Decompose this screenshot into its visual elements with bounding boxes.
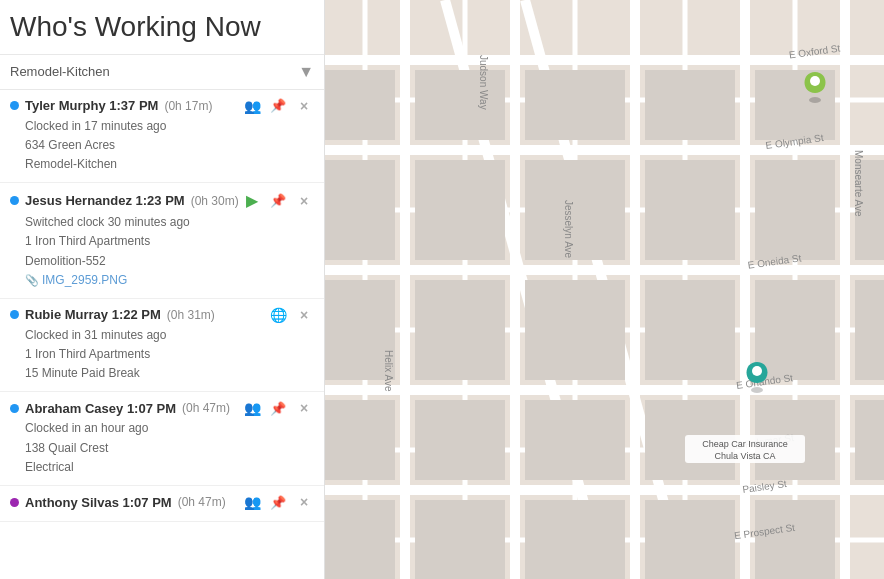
close-icon[interactable]: ×	[294, 98, 314, 114]
svg-rect-48	[525, 500, 625, 579]
svg-rect-35	[415, 280, 505, 380]
svg-point-66	[810, 76, 820, 86]
svg-point-70	[752, 366, 762, 376]
worker-location: 1 Iron Third Apartments	[25, 345, 314, 364]
worker-status-dot	[10, 310, 19, 319]
people-icon[interactable]: 👥	[242, 400, 262, 416]
svg-rect-41	[415, 400, 505, 480]
svg-rect-49	[645, 500, 735, 579]
svg-rect-24	[415, 70, 505, 140]
svg-text:Cheap Car Insurance: Cheap Car Insurance	[702, 439, 788, 449]
worker-job: Remodel-Kitchen	[25, 155, 314, 174]
worker-name: Rubie Murray 1:22 PM	[25, 307, 161, 322]
svg-rect-45	[855, 400, 884, 480]
worker-status-dot	[10, 404, 19, 413]
people-icon[interactable]: 👥	[242, 494, 262, 510]
worker-duration: (0h 30m)	[191, 194, 239, 208]
worker-name: Anthony Silvas 1:07 PM	[25, 495, 172, 510]
worker-attachment[interactable]: IMG_2959.PNG	[25, 271, 314, 290]
worker-card-tyler-murphy: Tyler Murphy 1:37 PM(0h 17m)👥📌×Clocked i…	[0, 90, 324, 184]
location-pin-icon[interactable]: 📌	[268, 98, 288, 113]
svg-rect-31	[645, 160, 735, 260]
worker-location: 634 Green Acres	[25, 136, 314, 155]
worker-job: Electrical	[25, 458, 314, 477]
app-title: Who's Working Now	[0, 0, 324, 55]
svg-rect-50	[755, 500, 835, 579]
worker-status-dot	[10, 196, 19, 205]
worker-location: 138 Quail Crest	[25, 439, 314, 458]
worker-job: 15 Minute Paid Break	[25, 364, 314, 383]
worker-name: Jesus Hernandez 1:23 PM	[25, 193, 185, 208]
svg-rect-32	[755, 160, 835, 260]
worker-card-abraham-casey: Abraham Casey 1:07 PM(0h 47m)👥📌×Clocked …	[0, 392, 324, 486]
filter-scroll-icon[interactable]: ▼	[298, 63, 314, 81]
svg-rect-25	[525, 70, 625, 140]
play-icon[interactable]: ▶	[242, 191, 262, 210]
left-panel: Who's Working Now Remodel-Kitchen ▼ Tyle…	[0, 0, 325, 579]
worker-name: Tyler Murphy 1:37 PM	[25, 98, 158, 113]
worker-status-dot	[10, 498, 19, 507]
location-pin-icon[interactable]: 📌	[268, 193, 288, 208]
filter-bar[interactable]: Remodel-Kitchen ▼	[0, 55, 324, 90]
svg-rect-42	[525, 400, 625, 480]
close-icon[interactable]: ×	[294, 307, 314, 323]
people-icon[interactable]: 👥	[242, 98, 262, 114]
svg-rect-23	[325, 70, 395, 140]
worker-status-line: Switched clock 30 minutes ago	[25, 213, 314, 232]
map-background: E Oxford St E Olympia St E Oneida St E O…	[325, 0, 884, 579]
svg-text:Monsearte Ave: Monsearte Ave	[853, 150, 864, 217]
filter-label: Remodel-Kitchen	[10, 64, 110, 79]
svg-rect-29	[415, 160, 505, 260]
svg-rect-37	[645, 280, 735, 380]
location-pin-icon[interactable]: 📌	[268, 401, 288, 416]
worker-location: 1 Iron Third Apartments	[25, 232, 314, 251]
svg-text:Chula Vista CA: Chula Vista CA	[715, 451, 776, 461]
worker-status-line: Clocked in 31 minutes ago	[25, 326, 314, 345]
close-icon[interactable]: ×	[294, 193, 314, 209]
worker-card-jesus-hernandez: Jesus Hernandez 1:23 PM(0h 30m)▶📌×Switch…	[0, 183, 324, 299]
workers-list: Tyler Murphy 1:37 PM(0h 17m)👥📌×Clocked i…	[0, 90, 324, 579]
worker-job: Demolition-552	[25, 252, 314, 271]
worker-duration: (0h 47m)	[182, 401, 230, 415]
svg-rect-40	[325, 400, 395, 480]
svg-rect-39	[855, 280, 884, 380]
worker-status-line: Clocked in an hour ago	[25, 419, 314, 438]
worker-duration: (0h 47m)	[178, 495, 226, 509]
map-panel: E Oxford St E Olympia St E Oneida St E O…	[325, 0, 884, 579]
svg-rect-30	[525, 160, 625, 260]
worker-card-anthony-silvas: Anthony Silvas 1:07 PM(0h 47m)👥📌×	[0, 486, 324, 522]
worker-card-rubie-murray: Rubie Murray 1:22 PM(0h 31m)🌐×Clocked in…	[0, 299, 324, 393]
svg-rect-36	[525, 280, 625, 380]
svg-text:Judson Way: Judson Way	[478, 55, 489, 110]
location-pin-icon[interactable]: 📌	[268, 495, 288, 510]
svg-rect-38	[755, 280, 835, 380]
worker-duration: (0h 17m)	[164, 99, 212, 113]
svg-text:Helix Ave: Helix Ave	[383, 350, 394, 392]
svg-rect-28	[325, 160, 395, 260]
svg-text:Jesselyn Ave: Jesselyn Ave	[563, 200, 574, 259]
close-icon[interactable]: ×	[294, 494, 314, 510]
svg-rect-26	[645, 70, 735, 140]
worker-name: Abraham Casey 1:07 PM	[25, 401, 176, 416]
globe-icon[interactable]: 🌐	[268, 307, 288, 323]
svg-point-65	[809, 97, 821, 103]
worker-status-dot	[10, 101, 19, 110]
worker-status-line: Clocked in 17 minutes ago	[25, 117, 314, 136]
worker-duration: (0h 31m)	[167, 308, 215, 322]
close-icon[interactable]: ×	[294, 400, 314, 416]
svg-point-69	[751, 387, 763, 393]
svg-rect-47	[415, 500, 505, 579]
svg-rect-46	[325, 500, 395, 579]
